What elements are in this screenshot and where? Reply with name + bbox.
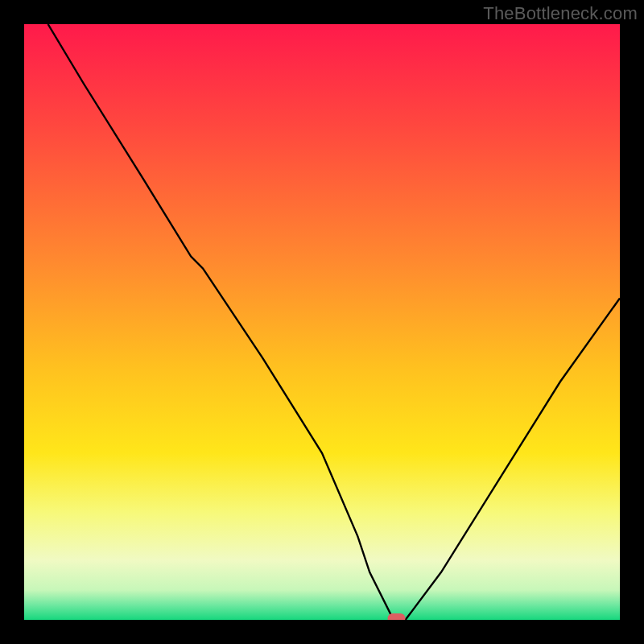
- plot-area: [24, 24, 620, 620]
- optimum-marker: [388, 613, 406, 620]
- watermark-text: TheBottleneck.com: [483, 3, 638, 24]
- gradient-background: [24, 24, 620, 620]
- chart-frame: TheBottleneck.com: [0, 0, 644, 644]
- bottleneck-chart-svg: [24, 24, 620, 620]
